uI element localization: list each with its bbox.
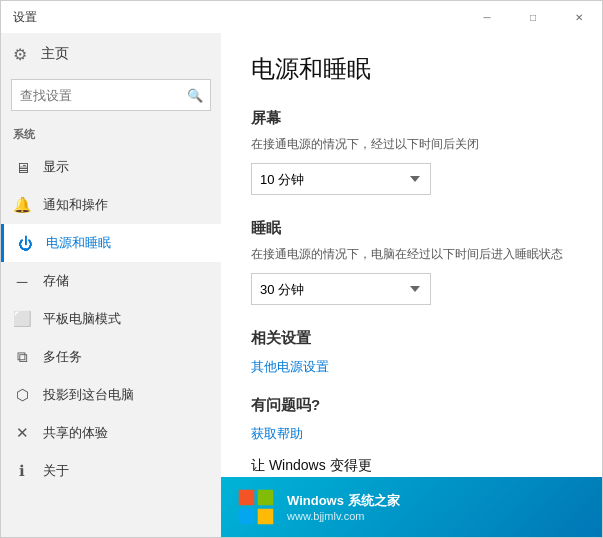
sleep-section: 睡眠 在接通电源的情况下，电脑在经过以下时间后进入睡眠状态 30 分钟 10 分… (251, 219, 572, 305)
sidebar-item-label: 平板电脑模式 (43, 310, 121, 328)
banner-text: Windows 系统之家 www.bjjmlv.com (287, 492, 400, 522)
sidebar-item-display[interactable]: 🖥 显示 (1, 148, 221, 186)
windows-logo-icon (237, 488, 275, 526)
banner-title: Windows 系统之家 (287, 492, 400, 510)
sleep-timeout-select[interactable]: 30 分钟 10 分钟 15 分钟 20 分钟 45 分钟 从不 (251, 273, 431, 305)
sidebar-item-notifications[interactable]: 🔔 通知和操作 (1, 186, 221, 224)
settings-window: 设置 ─ □ ✕ ⚙ 主页 🔍 系统 🖥 显示 🔔 通知和操作 (0, 0, 603, 538)
sidebar-item-tablet[interactable]: ⬜ 平板电脑模式 (1, 300, 221, 338)
sidebar-item-about[interactable]: ℹ 关于 (1, 452, 221, 490)
sidebar-item-home[interactable]: ⚙ 主页 (1, 33, 221, 75)
tablet-icon: ⬜ (13, 310, 31, 328)
maximize-button[interactable]: □ (510, 1, 556, 33)
sidebar-item-label: 共享的体验 (43, 424, 108, 442)
screen-timeout-select[interactable]: 10 分钟 5 分钟 15 分钟 20 分钟 30 分钟 从不 (251, 163, 431, 195)
storage-icon: ─ (13, 272, 31, 290)
sidebar: ⚙ 主页 🔍 系统 🖥 显示 🔔 通知和操作 ⏻ 电源和睡眠 ─ (1, 33, 221, 537)
main-content: 电源和睡眠 屏幕 在接通电源的情况下，经过以下时间后关闭 10 分钟 5 分钟 … (221, 33, 602, 537)
minimize-button[interactable]: ─ (464, 1, 510, 33)
get-help-link[interactable]: 获取帮助 (251, 425, 572, 443)
close-button[interactable]: ✕ (556, 1, 602, 33)
sidebar-item-shared[interactable]: ✕ 共享的体验 (1, 414, 221, 452)
display-icon: 🖥 (13, 158, 31, 176)
sidebar-item-label: 存储 (43, 272, 69, 290)
banner-pre-text: 让 Windows 变得更 (251, 457, 372, 475)
search-input[interactable] (11, 79, 211, 111)
screen-section-desc: 在接通电源的情况下，经过以下时间后关闭 (251, 136, 572, 153)
page-title: 电源和睡眠 (251, 53, 572, 85)
sidebar-item-label: 通知和操作 (43, 196, 108, 214)
sidebar-item-storage[interactable]: ─ 存储 (1, 262, 221, 300)
help-section: 有问题吗? 获取帮助 (251, 396, 572, 443)
related-title: 相关设置 (251, 329, 572, 348)
sidebar-item-label: 关于 (43, 462, 69, 480)
windows-banner: Windows 系统之家 www.bjjmlv.com (221, 477, 602, 537)
projection-icon: ⬡ (13, 386, 31, 404)
screen-section-title: 屏幕 (251, 109, 572, 128)
notifications-icon: 🔔 (13, 196, 31, 214)
about-icon: ℹ (13, 462, 31, 480)
sidebar-item-label: 投影到这台电脑 (43, 386, 134, 404)
home-label: 主页 (41, 45, 69, 63)
sleep-dropdown-container: 30 分钟 10 分钟 15 分钟 20 分钟 45 分钟 从不 (251, 273, 572, 305)
sidebar-item-label: 显示 (43, 158, 69, 176)
screen-dropdown-container: 10 分钟 5 分钟 15 分钟 20 分钟 30 分钟 从不 (251, 163, 572, 195)
banner-subtitle: www.bjjmlv.com (287, 510, 400, 522)
sidebar-item-power[interactable]: ⏻ 电源和睡眠 (1, 224, 221, 262)
sidebar-item-label: 多任务 (43, 348, 82, 366)
sidebar-item-label: 电源和睡眠 (46, 234, 111, 252)
window-title: 设置 (13, 9, 37, 26)
titlebar: 设置 ─ □ ✕ (1, 1, 602, 33)
home-icon: ⚙ (13, 45, 31, 63)
sleep-section-desc: 在接通电源的情况下，电脑在经过以下时间后进入睡眠状态 (251, 246, 572, 263)
screen-section: 屏幕 在接通电源的情况下，经过以下时间后关闭 10 分钟 5 分钟 15 分钟 … (251, 109, 572, 195)
svg-rect-0 (239, 490, 255, 506)
content-area: ⚙ 主页 🔍 系统 🖥 显示 🔔 通知和操作 ⏻ 电源和睡眠 ─ (1, 33, 602, 537)
shared-icon: ✕ (13, 424, 31, 442)
sidebar-item-projection[interactable]: ⬡ 投影到这台电脑 (1, 376, 221, 414)
sidebar-item-multitask[interactable]: ⧉ 多任务 (1, 338, 221, 376)
search-icon: 🔍 (187, 88, 203, 103)
related-section: 相关设置 其他电源设置 (251, 329, 572, 376)
svg-rect-2 (239, 509, 255, 525)
section-label: 系统 (1, 123, 221, 148)
svg-rect-3 (258, 509, 274, 525)
sidebar-search-container: 🔍 (11, 79, 211, 111)
help-title: 有问题吗? (251, 396, 572, 415)
sleep-section-title: 睡眠 (251, 219, 572, 238)
window-controls: ─ □ ✕ (464, 1, 602, 33)
other-power-settings-link[interactable]: 其他电源设置 (251, 358, 572, 376)
svg-rect-1 (258, 490, 274, 506)
power-icon: ⏻ (16, 234, 34, 252)
multitask-icon: ⧉ (13, 348, 31, 366)
